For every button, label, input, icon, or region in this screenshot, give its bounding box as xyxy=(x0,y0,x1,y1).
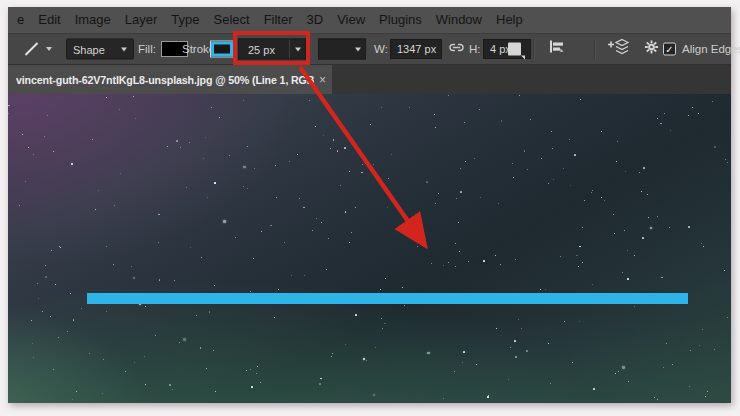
shape-height-value: 4 px xyxy=(484,43,511,55)
annotation-highlight-box xyxy=(233,31,310,65)
menu-item-view[interactable]: View xyxy=(330,7,372,33)
menu-item-3d[interactable]: 3D xyxy=(300,7,331,33)
align-edges-label: Align Edges xyxy=(682,43,740,55)
menu-item-type[interactable]: Type xyxy=(164,7,206,33)
divider xyxy=(533,39,534,59)
shape-width-value: 1347 px xyxy=(391,43,436,55)
menu-item-select[interactable]: Select xyxy=(207,7,257,33)
checkmark-icon: ✓ xyxy=(665,44,673,54)
menu-bar: eEditImageLayerTypeSelectFilter3DViewPlu… xyxy=(8,7,731,33)
divider xyxy=(594,39,595,59)
stroke-style-dropdown[interactable] xyxy=(318,39,366,60)
path-arrangement-icon[interactable] xyxy=(606,39,630,60)
line-tool-icon[interactable] xyxy=(23,48,40,50)
tool-mode-select[interactable]: Shape xyxy=(66,39,134,60)
fill-label: Fill: xyxy=(138,43,156,55)
tool-options-bar: Shape Fill: Stroke: 25 px W: 1347 px H: … xyxy=(8,33,731,65)
stroke-style-chevron xyxy=(355,47,361,51)
gear-icon[interactable] xyxy=(644,40,659,59)
path-alignment-icon[interactable] xyxy=(549,40,567,59)
menu-item-filter[interactable]: Filter xyxy=(257,7,300,33)
document-tab-bar: vincent-guth-62V7ntIKgL8-unsplash.jpg @ … xyxy=(8,65,731,94)
menu-item-window[interactable]: Window xyxy=(429,7,489,33)
chevron-down-icon xyxy=(121,47,127,51)
line-tool-glyph xyxy=(25,42,38,55)
drawn-cyan-line[interactable] xyxy=(87,293,688,304)
path-operations-icon[interactable] xyxy=(508,43,521,56)
menu-item-layer[interactable]: Layer xyxy=(118,7,165,33)
menu-item-help[interactable]: Help xyxy=(489,7,530,33)
width-label: W: xyxy=(374,43,388,55)
link-dimensions-icon[interactable] xyxy=(448,40,465,58)
tool-mode-value: Shape xyxy=(73,43,105,55)
shape-width-input[interactable]: 1347 px xyxy=(390,39,442,59)
menu-item-e[interactable]: e xyxy=(10,7,31,33)
flyout-triangle xyxy=(521,56,525,60)
menu-item-edit[interactable]: Edit xyxy=(31,7,67,33)
document-tab-title: vincent-guth-62V7ntIKgL8-unsplash.jpg @ … xyxy=(16,74,314,86)
align-edges-checkbox[interactable]: ✓ xyxy=(663,43,676,56)
tool-preset-chevron-icon[interactable] xyxy=(46,47,52,51)
menu-item-image[interactable]: Image xyxy=(68,7,118,33)
tab-close-icon[interactable]: × xyxy=(319,74,326,86)
stroke-color-swatch[interactable] xyxy=(211,42,233,57)
document-canvas[interactable] xyxy=(8,94,731,403)
document-tab[interactable]: vincent-guth-62V7ntIKgL8-unsplash.jpg @ … xyxy=(8,65,332,94)
photoshop-window: eEditImageLayerTypeSelectFilter3DViewPlu… xyxy=(8,7,731,403)
menu-item-plugins[interactable]: Plugins xyxy=(372,7,429,33)
height-label: H: xyxy=(469,43,481,55)
